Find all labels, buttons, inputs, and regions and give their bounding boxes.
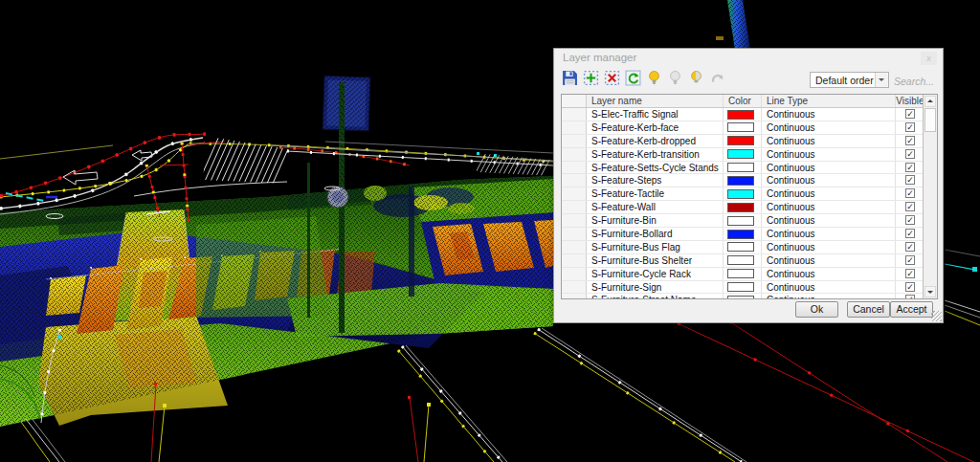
header-line-type[interactable]: Line Type [762, 95, 896, 107]
color-cell[interactable] [724, 254, 762, 267]
line-type-cell[interactable]: Continuous [762, 174, 896, 187]
line-type-cell[interactable]: Continuous [762, 254, 896, 267]
color-swatch[interactable] [727, 296, 754, 299]
row-selector-cell[interactable] [562, 268, 587, 280]
color-cell[interactable] [724, 148, 762, 161]
visible-checkbox[interactable]: ✓ [905, 269, 915, 278]
color-swatch[interactable] [727, 122, 754, 132]
accept-button[interactable]: Accept [890, 301, 933, 318]
row-selector-cell[interactable] [562, 254, 587, 267]
visible-checkbox[interactable]: ✓ [905, 242, 915, 252]
header-color[interactable]: Color [724, 95, 762, 107]
table-row[interactable]: S-Furniture-Bollard Continuous ✓ [562, 228, 924, 241]
row-selector-cell[interactable] [562, 121, 587, 134]
color-cell[interactable] [724, 108, 762, 121]
layer-name-cell[interactable]: S-Furniture-Bus Shelter [587, 254, 724, 267]
color-swatch[interactable] [727, 149, 754, 159]
layer-name-cell[interactable]: S-Furniture-Street Name [587, 294, 724, 299]
visible-cell[interactable]: ✓ [896, 162, 924, 174]
visible-checkbox[interactable]: ✓ [905, 229, 915, 238]
chevron-down-icon[interactable] [875, 73, 888, 87]
visible-cell[interactable]: ✓ [896, 201, 924, 213]
visible-cell[interactable]: ✓ [896, 135, 924, 147]
table-row[interactable]: S-Furniture-Bin Continuous ✓ [562, 214, 924, 228]
layer-name-cell[interactable]: S-Elec-Traffic Signal [587, 108, 724, 121]
visible-checkbox[interactable]: ✓ [905, 202, 915, 211]
undo-icon[interactable] [709, 70, 725, 86]
color-swatch[interactable] [727, 136, 754, 145]
color-cell[interactable] [724, 294, 762, 299]
color-cell[interactable] [724, 121, 762, 134]
visible-cell[interactable]: ✓ [896, 241, 924, 253]
color-cell[interactable] [724, 214, 762, 227]
visible-cell[interactable]: ✓ [896, 228, 924, 240]
layer-name-cell[interactable]: S-Feature-Tactile [587, 187, 724, 200]
row-selector-cell[interactable] [562, 148, 587, 161]
line-type-cell[interactable]: Continuous [762, 201, 896, 213]
table-row[interactable]: S-Feature-Kerb-face Continuous ✓ [562, 121, 924, 135]
visible-checkbox[interactable]: ✓ [905, 295, 915, 299]
dialog-titlebar[interactable]: Layer manager x [554, 49, 943, 66]
color-cell[interactable] [724, 268, 762, 280]
resize-grip[interactable] [931, 311, 942, 321]
line-type-cell[interactable]: Continuous [762, 241, 896, 253]
row-selector-cell[interactable] [562, 241, 587, 253]
save-icon[interactable] [562, 70, 578, 86]
color-cell[interactable] [724, 174, 762, 187]
visible-checkbox[interactable]: ✓ [905, 122, 915, 132]
color-cell[interactable] [724, 201, 762, 213]
row-selector-cell[interactable] [562, 228, 587, 240]
color-swatch[interactable] [727, 216, 754, 226]
layer-name-cell[interactable]: S-Furniture-Bin [587, 214, 724, 227]
layer-name-cell[interactable]: S-Feature-Wall [587, 201, 724, 213]
ok-button[interactable]: Ok [795, 301, 838, 318]
lightbulb-off-icon[interactable] [667, 70, 683, 86]
layer-name-cell[interactable]: S-Feature-Setts-Cycle Stands [587, 162, 724, 174]
line-type-cell[interactable]: Continuous [762, 135, 896, 147]
row-selector-cell[interactable] [562, 214, 587, 227]
scroll-up-icon[interactable] [924, 96, 936, 107]
table-row[interactable]: S-Feature-Wall Continuous ✓ [562, 201, 924, 214]
visible-checkbox[interactable]: ✓ [905, 136, 915, 145]
visible-checkbox[interactable]: ✓ [905, 175, 915, 185]
table-row[interactable]: S-Feature-Steps Continuous ✓ [562, 174, 924, 187]
lightbulb-mixed-icon[interactable] [688, 70, 704, 86]
layer-name-cell[interactable]: S-Feature-Kerb-transition [587, 148, 724, 161]
table-row[interactable]: S-Furniture-Sign Continuous ✓ [562, 281, 924, 295]
layer-name-cell[interactable]: S-Furniture-Bus Flag [587, 241, 724, 253]
header-visible[interactable]: Visible [896, 95, 924, 107]
color-swatch[interactable] [727, 230, 754, 239]
close-icon[interactable]: x [921, 52, 937, 65]
color-cell[interactable] [724, 281, 762, 294]
row-selector-cell[interactable] [562, 281, 587, 294]
visible-cell[interactable]: ✓ [896, 148, 924, 161]
row-selector-cell[interactable] [562, 135, 587, 147]
layer-name-cell[interactable]: S-Furniture-Sign [587, 281, 724, 294]
table-row[interactable]: S-Furniture-Street Name Continuous ✓ [562, 294, 924, 299]
color-swatch[interactable] [727, 176, 754, 186]
table-row[interactable]: S-Furniture-Cycle Rack Continuous ✓ [562, 268, 924, 281]
visible-cell[interactable]: ✓ [896, 187, 924, 200]
visible-cell[interactable]: ✓ [896, 254, 924, 267]
color-swatch[interactable] [727, 282, 754, 292]
line-type-cell[interactable]: Continuous [762, 187, 896, 200]
layer-name-cell[interactable]: S-Feature-Kerb-dropped [587, 135, 724, 147]
color-swatch[interactable] [727, 255, 754, 265]
scrollbar-thumb[interactable] [924, 108, 936, 132]
line-type-cell[interactable]: Continuous [762, 148, 896, 161]
line-type-cell[interactable]: Continuous [762, 121, 896, 134]
layer-name-cell[interactable]: S-Furniture-Bollard [587, 228, 724, 240]
color-cell[interactable] [724, 228, 762, 240]
header-layer-name[interactable]: Layer name [587, 95, 724, 107]
row-selector-cell[interactable] [562, 294, 587, 299]
color-swatch[interactable] [727, 110, 754, 120]
line-type-cell[interactable]: Continuous [762, 294, 896, 299]
add-layer-icon[interactable] [583, 70, 599, 86]
visible-cell[interactable]: ✓ [896, 281, 924, 294]
color-swatch[interactable] [727, 163, 754, 172]
row-selector-cell[interactable] [562, 174, 587, 187]
visible-checkbox[interactable]: ✓ [905, 188, 915, 198]
row-selector-cell[interactable] [562, 201, 587, 213]
row-selector-cell[interactable] [562, 187, 587, 200]
visible-checkbox[interactable]: ✓ [905, 149, 915, 159]
